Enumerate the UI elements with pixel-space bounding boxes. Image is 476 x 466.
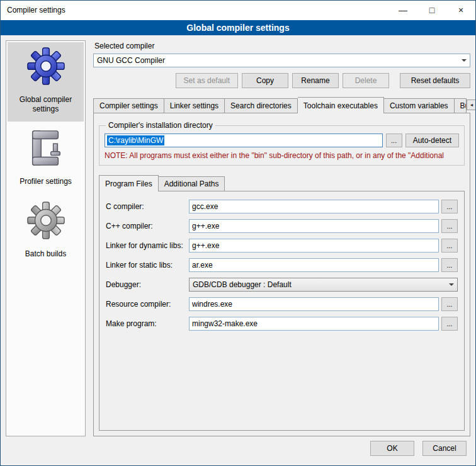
field-row: Debugger: GDB/CDB debugger : Default	[106, 278, 458, 292]
maximize-icon[interactable]: □	[417, 1, 446, 20]
tab-additional-paths[interactable]: Additional Paths	[159, 176, 225, 191]
gear-blue-icon	[26, 47, 65, 86]
make-program-label: Make program:	[106, 319, 189, 328]
close-icon[interactable]: ×	[446, 1, 475, 20]
program-files-panel: C compiler: ... C++ compiler: ... Linker…	[99, 191, 465, 431]
tab-linker-settings[interactable]: Linker settings	[164, 98, 225, 113]
sidebar-item-profiler-settings[interactable]: Profiler settings	[8, 124, 84, 194]
sidebar-item-batch-builds[interactable]: Batch builds	[8, 196, 84, 266]
tab-program-files[interactable]: Program Files	[99, 175, 159, 191]
tab-build-options[interactable]: Buil	[455, 98, 467, 113]
toolchain-executables-panel: Compiler's installation directory C:\ray…	[93, 113, 470, 436]
sidebar-item-label: Global compiler settings	[9, 95, 82, 114]
selected-compiler-value: GNU GCC Compiler	[97, 56, 458, 65]
tab-scroll-left-icon[interactable]: ◄	[467, 99, 476, 110]
field-row: Linker for dynamic libs: ...	[106, 239, 458, 253]
resource-compiler-browse-button[interactable]: ...	[441, 297, 458, 311]
debugger-label: Debugger:	[106, 280, 189, 289]
field-row: Linker for static libs: ...	[106, 258, 458, 272]
gear-gray-icon	[26, 201, 65, 240]
c-compiler-input[interactable]	[189, 200, 439, 213]
selected-compiler-label: Selected compiler	[94, 42, 470, 50]
debugger-select[interactable]: GDB/CDB debugger : Default	[189, 278, 458, 292]
chevron-down-icon	[446, 281, 457, 288]
settings-main-pane: Selected compiler GNU GCC Compiler Set a…	[93, 40, 470, 436]
titlebar[interactable]: Compiler settings — □ ×	[1, 1, 475, 20]
static-linker-input[interactable]	[189, 258, 439, 272]
compiler-actions: Set as default Copy Rename Delete Reset …	[93, 73, 470, 88]
make-program-browse-button[interactable]: ...	[441, 317, 458, 331]
tab-scroll-buttons: ◄ ►	[467, 99, 476, 113]
tab-toolchain-executables[interactable]: Toolchain executables	[298, 97, 384, 113]
install-dir-browse-button[interactable]: ...	[386, 134, 402, 147]
field-row: C++ compiler: ...	[106, 219, 458, 233]
cpp-compiler-label: C++ compiler:	[106, 222, 189, 230]
field-row: C compiler: ...	[106, 200, 458, 213]
ok-button[interactable]: OK	[370, 441, 414, 456]
dialog-body: Global compiler settings	[1, 35, 475, 438]
clamp-icon	[26, 128, 65, 168]
autodetect-button[interactable]: Auto-detect	[405, 134, 459, 147]
tab-search-directories[interactable]: Search directories	[225, 98, 298, 113]
dynamic-linker-browse-button[interactable]: ...	[441, 239, 458, 253]
make-program-input[interactable]	[189, 317, 439, 331]
sidebar-item-global-compiler-settings[interactable]: Global compiler settings	[8, 42, 84, 122]
settings-tabs: Compiler settings Linker settings Search…	[93, 97, 470, 113]
tab-custom-variables[interactable]: Custom variables	[384, 98, 455, 113]
copy-button[interactable]: Copy	[242, 73, 288, 88]
field-row: Make program: ...	[106, 317, 458, 331]
sidebar-item-label: Profiler settings	[9, 177, 82, 186]
c-compiler-label: C compiler:	[106, 202, 189, 211]
dialog-footer: OK Cancel	[1, 438, 475, 465]
static-linker-label: Linker for static libs:	[106, 261, 189, 270]
settings-category-list: Global compiler settings	[6, 40, 86, 436]
programs-note: NOTE: All programs must exist either in …	[105, 151, 459, 160]
window-title: Compiler settings	[1, 1, 388, 20]
delete-button[interactable]: Delete	[343, 73, 389, 88]
install-dir-value: C:\raylib\MinGW	[107, 135, 164, 145]
install-dir-input[interactable]: C:\raylib\MinGW	[105, 134, 383, 147]
chevron-down-icon	[458, 57, 470, 64]
installation-directory-group: Compiler's installation directory C:\ray…	[99, 121, 465, 166]
compiler-settings-dialog: Compiler settings — □ × Global compiler …	[0, 0, 476, 466]
dynamic-linker-input[interactable]	[189, 239, 439, 253]
field-row: Resource compiler: ...	[106, 297, 458, 311]
resource-compiler-label: Resource compiler:	[106, 300, 189, 309]
reset-defaults-button[interactable]: Reset defaults	[400, 73, 470, 88]
installation-directory-label: Compiler's installation directory	[106, 121, 215, 130]
cancel-button[interactable]: Cancel	[422, 441, 467, 456]
minimize-icon[interactable]: —	[388, 1, 417, 20]
dynamic-linker-label: Linker for dynamic libs:	[106, 241, 189, 250]
tab-compiler-settings[interactable]: Compiler settings	[93, 98, 164, 113]
debugger-value: GDB/CDB debugger : Default	[193, 280, 446, 289]
rename-button[interactable]: Rename	[292, 73, 339, 88]
c-compiler-browse-button[interactable]: ...	[441, 200, 458, 213]
selected-compiler-select[interactable]: GNU GCC Compiler	[93, 54, 470, 67]
cpp-compiler-input[interactable]	[189, 219, 439, 233]
program-tabs: Program Files Additional Paths	[99, 175, 465, 191]
dialog-header: Global compiler settings	[1, 20, 475, 35]
sidebar-item-label: Batch builds	[9, 249, 82, 259]
set-as-default-button[interactable]: Set as default	[176, 73, 238, 88]
resource-compiler-input[interactable]	[189, 297, 439, 311]
static-linker-browse-button[interactable]: ...	[441, 258, 458, 272]
cpp-compiler-browse-button[interactable]: ...	[441, 219, 458, 233]
